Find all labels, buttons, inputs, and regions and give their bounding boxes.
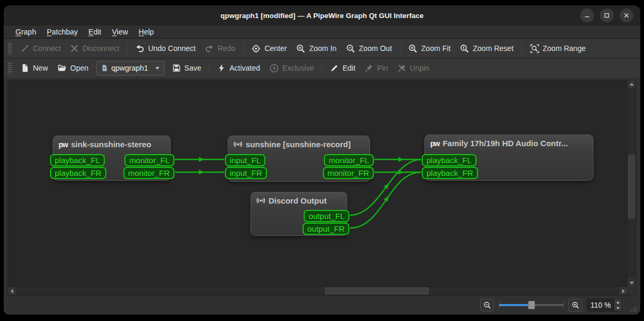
- node-title: Discord Output: [269, 196, 327, 205]
- port-monitor-fr[interactable]: monitor_FR: [123, 167, 174, 179]
- minimize-button[interactable]: [580, 9, 594, 22]
- scrollbar-corner: [627, 286, 635, 295]
- node-discord-output[interactable]: Discord Output output_FL output_FR: [250, 192, 347, 236]
- slider-handle[interactable]: [528, 301, 535, 309]
- zoom-out-button[interactable]: Zoom Out: [341, 41, 397, 56]
- zoom-spinbox[interactable]: 110 %: [587, 299, 622, 311]
- unpin-icon: [398, 64, 406, 72]
- toolbar-separator: [522, 42, 522, 55]
- scroll-up-button[interactable]: [628, 80, 635, 88]
- node-family-hd-audio[interactable]: pw Family 17h/19h HD Audio Contr... play…: [424, 134, 593, 181]
- menu-patchbay[interactable]: Patchbay: [41, 27, 83, 37]
- open-folder-icon: [57, 64, 66, 72]
- open-button[interactable]: Open: [53, 61, 93, 76]
- center-button[interactable]: Center: [247, 41, 291, 56]
- graph-viewport[interactable]: pw sink-sunshine-stereo playback_FL play…: [8, 80, 628, 287]
- toolbar-separator: [127, 42, 128, 55]
- horizontal-scroll-thumb[interactable]: [325, 288, 429, 294]
- chevron-down-icon: [155, 67, 160, 70]
- connection-layer: [8, 80, 628, 287]
- status-zoom-out-button[interactable]: [480, 299, 494, 311]
- zoom-value: 110 %: [588, 299, 614, 311]
- port-input-fr[interactable]: input_FR: [225, 167, 267, 179]
- port-input-fl[interactable]: input_FL: [225, 154, 265, 166]
- edit-button[interactable]: Edit: [325, 61, 360, 76]
- undo-connect-button[interactable]: Undo Connect: [131, 41, 200, 56]
- save-button[interactable]: Save: [168, 61, 206, 76]
- stream-icon: [233, 140, 242, 149]
- disconnect-button[interactable]: Disconnect: [65, 41, 124, 56]
- port-monitor-fl[interactable]: monitor_FL: [124, 154, 174, 166]
- port-output-fl[interactable]: output_FL: [304, 210, 349, 222]
- pin-button[interactable]: Pin: [360, 61, 392, 76]
- new-button[interactable]: New: [16, 61, 53, 76]
- zoom-slider[interactable]: [499, 300, 564, 310]
- toolbar-handle[interactable]: [8, 43, 12, 54]
- port-playback-fl[interactable]: playback_FL: [422, 154, 476, 166]
- center-icon: [252, 44, 261, 53]
- vertical-scrollbar[interactable]: [627, 80, 635, 287]
- pin-icon: [365, 64, 373, 72]
- toolbar-separator: [400, 42, 400, 55]
- port-output-fr[interactable]: output_FR: [303, 223, 349, 235]
- patchbay-file-combobox[interactable]: qpwgraph1: [96, 61, 164, 75]
- zoom-fit-icon: [408, 44, 417, 53]
- connection-arrow: [199, 157, 204, 162]
- edit-pencil-icon: [330, 64, 339, 72]
- redo-icon: [205, 44, 214, 53]
- zoom-reset-icon: [460, 44, 469, 53]
- scroll-left-button[interactable]: [8, 287, 16, 295]
- redo-button[interactable]: Redo: [200, 41, 240, 56]
- zoom-in-button[interactable]: Zoom In: [291, 41, 341, 56]
- zoom-out-icon: [483, 301, 491, 309]
- graph-canvas[interactable]: pw sink-sunshine-stereo playback_FL play…: [7, 80, 636, 295]
- connect-icon: [21, 44, 29, 53]
- close-button[interactable]: [620, 9, 633, 22]
- unpin-button[interactable]: Unpin: [393, 61, 434, 76]
- arrow-up-icon: [616, 301, 620, 303]
- connect-button[interactable]: Connect: [16, 41, 65, 56]
- spin-up-button[interactable]: [614, 299, 622, 305]
- toolbar-separator: [322, 62, 322, 74]
- zoom-fit-button[interactable]: Zoom Fit: [404, 41, 455, 56]
- horizontal-scrollbar[interactable]: [8, 286, 628, 295]
- activated-toggle[interactable]: Activated: [213, 61, 265, 76]
- toolbar-separator: [243, 42, 244, 55]
- menu-edit[interactable]: Edit: [83, 27, 106, 37]
- port-playback-fr[interactable]: playback_FR: [422, 167, 478, 179]
- zoom-reset-button[interactable]: Zoom Reset: [455, 41, 518, 56]
- menubar: Graph Patchbay Edit View Help: [4, 26, 640, 38]
- maximize-button[interactable]: [600, 9, 614, 22]
- status-zoom-in-button[interactable]: [568, 299, 582, 311]
- zoom-out-icon: [346, 44, 355, 53]
- arrow-down-icon: [616, 307, 620, 309]
- port-playback-fr[interactable]: playback_FR: [50, 167, 106, 179]
- activated-bolt-icon: [218, 64, 225, 72]
- undo-icon: [136, 44, 144, 53]
- scroll-down-button[interactable]: [628, 279, 635, 287]
- titlebar[interactable]: qpwgraph1 [modified] — A PipeWire Graph …: [4, 5, 640, 26]
- menu-graph[interactable]: Graph: [10, 27, 41, 37]
- menu-view[interactable]: View: [106, 27, 133, 37]
- vertical-scroll-thumb[interactable]: [628, 155, 635, 218]
- zoom-in-icon: [572, 301, 580, 309]
- zoom-range-button[interactable]: Zoom Range: [525, 41, 591, 56]
- toolbar-handle[interactable]: [8, 62, 12, 74]
- port-monitor-fl[interactable]: monitor_FL: [324, 154, 374, 166]
- minimize-icon: [584, 12, 590, 19]
- node-title: sunshine [sunshine-record]: [246, 140, 351, 149]
- resize-grip[interactable]: [630, 305, 638, 312]
- port-playback-fl[interactable]: playback_FL: [50, 154, 105, 166]
- spin-down-button[interactable]: [614, 305, 622, 311]
- connection-arrow: [199, 170, 204, 175]
- menu-help[interactable]: Help: [133, 27, 160, 37]
- exclusive-toggle[interactable]: Exclusive: [265, 61, 319, 76]
- toolbar-separator: [209, 62, 210, 74]
- slider-fill: [499, 304, 531, 306]
- port-monitor-fr[interactable]: monitor_FR: [323, 167, 374, 179]
- node-sunshine[interactable]: sunshine [sunshine-record] input_FL inpu…: [228, 136, 370, 182]
- scroll-right-button[interactable]: [620, 287, 628, 295]
- exclusive-bolt-icon: [270, 64, 279, 73]
- app-window: qpwgraph1 [modified] — A PipeWire Graph …: [4, 5, 640, 315]
- node-sink-sunshine-stereo[interactable]: pw sink-sunshine-stereo playback_FL play…: [53, 136, 171, 181]
